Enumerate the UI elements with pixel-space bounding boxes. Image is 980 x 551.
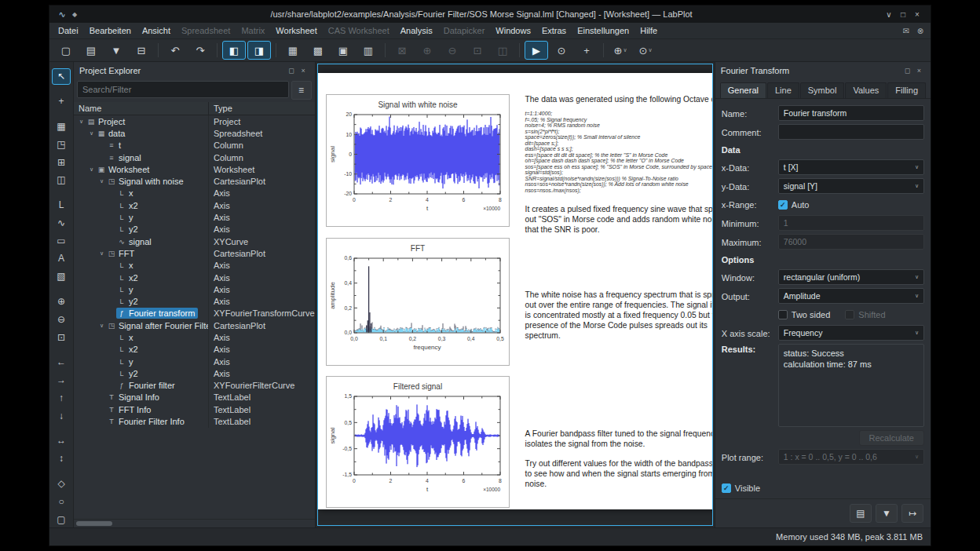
x-axis-scale-select[interactable]: Frequency∨ bbox=[778, 325, 924, 341]
close-dock-icon[interactable]: × bbox=[913, 67, 925, 75]
new-file-button[interactable]: ▢ bbox=[54, 41, 78, 60]
tree-row-fft-info[interactable]: TFFT InfoTextLabel bbox=[74, 403, 315, 415]
menu-matrix[interactable]: Matrix bbox=[236, 24, 270, 38]
menu-extras[interactable]: Extras bbox=[536, 24, 572, 38]
add-plot-four-axes-tool[interactable]: ◳ bbox=[52, 136, 71, 152]
tab-filling[interactable]: Filling bbox=[887, 82, 926, 98]
undo-button[interactable]: ↶ bbox=[163, 41, 187, 60]
worksheet-view[interactable]: Signal with white noise02468-20-1001020s… bbox=[317, 64, 713, 526]
redo-button[interactable]: ↷ bbox=[188, 41, 212, 60]
save-button[interactable]: ▼ bbox=[104, 41, 128, 60]
tree-row-y2[interactable]: Ly2Axis bbox=[74, 295, 315, 307]
tree-row-data[interactable]: ∨▦dataSpreadsheet bbox=[74, 127, 315, 139]
tree-row-y[interactable]: LyAxis bbox=[74, 283, 315, 295]
add-custom-point-tool[interactable]: ◇ bbox=[52, 476, 71, 492]
select-tool[interactable]: ↖ bbox=[52, 68, 71, 85]
tree-row-signal-after-fourier-filter[interactable]: ∨◳Signal after Fourier FilterCartesianPl… bbox=[74, 319, 315, 331]
zoom-fit-button[interactable]: ⊡ bbox=[466, 41, 489, 60]
crosshair-tool[interactable]: + bbox=[52, 93, 71, 110]
tree-row-fourier-transform[interactable]: ƒFourier transformXYFourierTransformCurv… bbox=[74, 308, 315, 319]
search-input[interactable] bbox=[77, 81, 289, 98]
refresh-button[interactable]: ⊙ bbox=[550, 41, 573, 60]
close-dock-icon[interactable]: × bbox=[298, 67, 309, 75]
tab-values[interactable]: Values bbox=[845, 82, 887, 98]
fit-selection-button[interactable]: + bbox=[575, 41, 598, 60]
tree-row-fft[interactable]: ∨◳FFTCartesianPlot bbox=[74, 247, 315, 259]
tree-row-y[interactable]: LyAxis bbox=[74, 356, 315, 367]
expander-icon[interactable]: ∨ bbox=[97, 250, 106, 257]
print-button[interactable]: ⊟ bbox=[130, 41, 153, 60]
magnification-dropdown[interactable]: ⊙∨ bbox=[634, 41, 657, 60]
float-dock-icon[interactable]: ◻ bbox=[901, 67, 913, 75]
tree-row-fourier-filter[interactable]: ƒFourier filterXYFourierFilterCurve bbox=[74, 380, 315, 392]
menu-datapicker[interactable]: Datapicker bbox=[438, 24, 491, 38]
start-presenter-button[interactable]: ▶ bbox=[525, 41, 548, 60]
add-legend-tool[interactable]: ▭ bbox=[52, 232, 71, 249]
zoom-out-button[interactable]: ⊖ bbox=[441, 41, 464, 60]
tree-row-fourier-filter-info[interactable]: TFourier Filter InfoTextLabel bbox=[74, 415, 315, 427]
tab-general[interactable]: General bbox=[720, 82, 766, 98]
new-spreadsheet-button[interactable]: ▦ bbox=[281, 41, 305, 60]
y-data-select[interactable]: signal [Y]∨ bbox=[778, 178, 924, 194]
menu-spreadsheet[interactable]: Spreadsheet bbox=[176, 24, 236, 38]
tree-row-y2[interactable]: Ly2Axis bbox=[74, 224, 315, 235]
shift-up-tool[interactable]: ↑ bbox=[52, 390, 71, 407]
new-matrix-button[interactable]: ▩ bbox=[306, 41, 330, 60]
apply-configuration-button[interactable]: ↦ bbox=[901, 504, 923, 523]
mail-icon[interactable]: ✉ bbox=[899, 27, 913, 35]
window-select[interactable]: rectangular (uniform)∨ bbox=[778, 269, 924, 285]
zoom-fit-tool[interactable]: ⊡ bbox=[52, 329, 71, 345]
expander-icon[interactable]: ∨ bbox=[97, 323, 106, 329]
menu-ansicht[interactable]: Ansicht bbox=[137, 24, 176, 38]
float-dock-icon[interactable]: ◻ bbox=[286, 67, 298, 75]
zoom-in-button[interactable]: ⊕ bbox=[415, 41, 439, 60]
name-field[interactable] bbox=[778, 105, 924, 121]
tree-row-x[interactable]: LxAxis bbox=[74, 260, 315, 272]
filter-options-button[interactable]: ≡ bbox=[291, 81, 312, 100]
close-button[interactable]: × bbox=[910, 10, 924, 19]
save-configuration-button[interactable]: ▼ bbox=[876, 504, 898, 523]
add-image-tool[interactable]: ▧ bbox=[52, 268, 71, 285]
tree-row-signal-info[interactable]: TSignal InfoTextLabel bbox=[74, 392, 315, 403]
expander-icon[interactable]: ∨ bbox=[87, 166, 96, 173]
dismiss-icon[interactable]: ⊗ bbox=[913, 27, 927, 35]
menu-einstellungen[interactable]: Einstellungen bbox=[572, 24, 634, 38]
menu-hilfe[interactable]: Hilfe bbox=[634, 24, 663, 38]
x-data-select[interactable]: t [X]∨ bbox=[778, 159, 924, 175]
comment-field[interactable] bbox=[778, 124, 924, 140]
select-region-button[interactable]: ◫ bbox=[491, 41, 514, 60]
new-note-button[interactable]: ▥ bbox=[357, 41, 380, 60]
tree-row-x2[interactable]: Lx2Axis bbox=[74, 344, 315, 356]
tree-row-x[interactable]: LxAxis bbox=[74, 188, 315, 199]
add-reference-line-tool[interactable]: ○ bbox=[52, 493, 71, 509]
shift-left-tool[interactable]: ← bbox=[52, 354, 71, 370]
menu-windows[interactable]: Windows bbox=[490, 24, 536, 38]
zoom-in-tool[interactable]: ⊕ bbox=[52, 294, 71, 310]
plot-signal-with-white-noise[interactable]: Signal with white noise02468-20-1001020s… bbox=[326, 94, 510, 230]
add-text-label-tool[interactable]: A bbox=[52, 250, 71, 267]
tree-row-x2[interactable]: Lx2Axis bbox=[74, 199, 315, 211]
menu-bearbeiten[interactable]: Bearbeiten bbox=[84, 24, 137, 38]
auto-checkbox[interactable]: ✓ bbox=[778, 200, 788, 210]
auto-scale-y-tool[interactable]: ↕ bbox=[52, 451, 71, 467]
tree-row-worksheet[interactable]: ∨▣WorksheetWorksheet bbox=[74, 163, 315, 175]
minimize-button[interactable]: ∨ bbox=[882, 10, 896, 19]
menu-worksheet[interactable]: Worksheet bbox=[270, 24, 322, 38]
titlebar[interactable]: ∿ ◆ /usr/share/labplot2/examples/Analysi… bbox=[49, 5, 931, 23]
two-sided-checkbox[interactable] bbox=[778, 310, 788, 319]
tree-horizontal-scrollbar[interactable] bbox=[74, 519, 315, 527]
scrollbar-thumb[interactable] bbox=[76, 521, 112, 526]
tree-row-signal[interactable]: ≡signalColumn bbox=[74, 151, 315, 163]
zoom-out-tool[interactable]: ⊖ bbox=[52, 311, 71, 327]
shift-right-tool[interactable]: → bbox=[52, 372, 71, 389]
visible-checkbox[interactable]: ✓ bbox=[722, 483, 731, 493]
auto-scale-x-tool[interactable]: ↔ bbox=[52, 432, 71, 449]
expander-icon[interactable]: ∨ bbox=[77, 119, 86, 125]
add-axis-tool[interactable]: L bbox=[52, 197, 71, 213]
new-worksheet-button[interactable]: ▣ bbox=[331, 41, 355, 60]
tab-symbol[interactable]: Symbol bbox=[800, 82, 845, 98]
expander-icon[interactable]: ∨ bbox=[87, 130, 96, 137]
zoom-mode-dropdown[interactable]: ⊕∨ bbox=[609, 41, 632, 60]
menu-datei[interactable]: Datei bbox=[53, 24, 84, 38]
tree-row-signal-with-noise[interactable]: ∨◳Signal with noiseCartesianPlot bbox=[74, 175, 315, 187]
